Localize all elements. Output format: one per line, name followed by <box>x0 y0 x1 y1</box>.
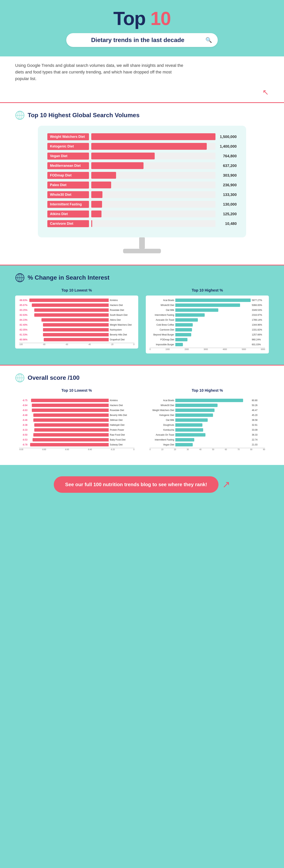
pos-bar-track <box>175 428 251 432</box>
search-icon: 🔍 <box>206 37 212 43</box>
pos-bar-fill <box>175 423 202 427</box>
pos-bar-fill <box>175 308 218 312</box>
bar-label: FODmap Diet <box>47 172 89 179</box>
neg-bar-track <box>29 333 109 336</box>
bar-track <box>91 191 216 198</box>
section3-block: Overall score /100 Top 10 Lowest % -8.75… <box>0 366 284 465</box>
bar-track <box>91 182 216 188</box>
pos-bar-track <box>175 308 251 312</box>
pos-bar-fill <box>175 443 193 446</box>
neg-pct: -98.83% <box>19 299 27 302</box>
neg-bar-fill <box>29 299 109 302</box>
pos-bar-track <box>175 343 251 346</box>
pos-bar-fill <box>175 404 218 407</box>
pos-pct: 1344.96% <box>252 323 265 326</box>
cursor-icon-bottom: ↗ <box>222 479 230 490</box>
pos-bar-fill <box>175 433 206 437</box>
lowest-chart-3: Top 10 Lowest % -8.75 Kimkins -8.64 Hack… <box>15 388 138 454</box>
pos-row: Oat Milk 38.58 <box>150 418 265 422</box>
neg-bar-fill <box>34 313 109 317</box>
pos-name: Beyond Meat Burger <box>150 333 174 336</box>
pos-name: Carnivore Diet <box>150 329 174 331</box>
neg-bar-track <box>29 428 109 432</box>
pos-bar-fill <box>175 408 215 412</box>
pos-name: Weight Watchers Diet <box>150 409 174 411</box>
neg-name: Protein Power <box>110 429 134 431</box>
pos-chart-3: Acai Bowls 80.80 Whole30 Diet 50.26 Weig… <box>146 396 269 454</box>
neg-pct: -93.25% <box>19 309 27 311</box>
neg-name: Beverly Hills Diet <box>110 333 134 336</box>
pos-row: Acai Bowls 80.80 <box>150 399 265 402</box>
pos-bar-track <box>175 318 251 322</box>
neg-bar-track <box>29 318 109 322</box>
pos-pct: 32.61 <box>252 424 265 426</box>
bar-track <box>91 172 216 179</box>
pos-row: Kombucha 33.09 <box>150 428 265 432</box>
neg-row: -95.67% Hackers Diet <box>19 304 134 307</box>
neg-bar-track <box>29 413 109 417</box>
neg-row: -8.50 Raw Food Diet <box>19 433 134 437</box>
section2-title: % Change in Search Interest <box>28 274 109 281</box>
neg-pct: -8.53 <box>19 438 27 441</box>
neg-bar-track <box>29 399 109 402</box>
neg-name: Rosedale Diet <box>110 409 134 411</box>
pos-pct: 33.09 <box>252 429 265 431</box>
bar-value: 130,000 <box>218 202 237 207</box>
neg-row: -8.33 Protein Power <box>19 428 134 432</box>
lowest-chart-2: Top 10 Lowest % -98.83% Kimkins -95.67% … <box>15 288 138 353</box>
pos-pct: 5066.00% <box>252 304 265 307</box>
neg-bar-fill <box>32 404 109 407</box>
neg-bar-track <box>29 304 109 307</box>
bar-value: 637,200 <box>218 163 237 168</box>
neg-pct: -92.63% <box>19 314 27 316</box>
neg-name: Rosedale Diet <box>110 309 134 311</box>
bar-track <box>91 143 216 150</box>
pos-bar-track <box>175 313 251 317</box>
neg-pct: -95.67% <box>19 304 27 307</box>
bar-fill <box>91 191 102 198</box>
pos-bar-track <box>175 408 251 412</box>
bar-label: Whole30 Diet <box>47 191 89 198</box>
pos-bar-track <box>175 413 251 417</box>
bar-fill <box>91 182 111 188</box>
pos-name: Whole30 Diet <box>150 404 174 407</box>
pos-bar-fill <box>175 304 240 307</box>
neg-row: -93.25% Rosedale Diet <box>19 308 134 312</box>
monitor-stand-neck <box>139 238 145 249</box>
highest-title-3: Top 10 Highest % <box>146 388 269 393</box>
neg-pct: -8.38 <box>19 424 27 426</box>
neg-bar-fill <box>44 338 109 341</box>
pos-row: Doughnuts 32.61 <box>150 423 265 427</box>
bar-value: 303,900 <box>218 173 237 178</box>
neg-pct: -8.50 <box>19 434 27 436</box>
neg-name: Beverly Hills Diet <box>110 414 134 416</box>
bar-track <box>91 162 216 169</box>
bar-fill <box>91 220 92 227</box>
neg-row: -80.96% Grapefruit Diet <box>19 338 134 341</box>
search-box: Dietary trends in the last decade 🔍 <box>66 33 218 47</box>
pos-bar-fill <box>175 438 194 441</box>
neg-bar-track <box>29 438 109 441</box>
pos-name: Acai Bowls <box>150 299 174 302</box>
section1-header: Top 10 Highest Global Search Volumes <box>15 111 269 120</box>
bar-row: Vegan Diet 764,800 <box>47 153 237 160</box>
pos-pct: 36.33 <box>252 434 265 436</box>
dual-charts-2: Top 10 Lowest % -98.83% Kimkins -95.67% … <box>15 288 269 353</box>
neg-bar-fill <box>33 438 109 441</box>
monitor-stand-base <box>123 249 161 253</box>
neg-bar-track <box>29 299 109 302</box>
pos-pct: 601.03% <box>252 343 265 346</box>
pos-chart-2: Acai Bowls 5877.27% Whole30 Diet 5066.00… <box>146 296 269 353</box>
pos-name: Avocado On Toast <box>150 319 174 321</box>
pos-row: Ketogenic Diet 45.20 <box>150 413 265 417</box>
pos-bar-fill <box>175 399 243 402</box>
neg-chart-3: -8.75 Kimkins -8.64 Hackers Diet -8.63 R… <box>15 396 138 454</box>
cta-button[interactable]: See our full 100 nutrition trends blog t… <box>54 476 219 493</box>
pos-row: Intermittent Fasting 2316.97% <box>150 313 265 317</box>
neg-bar-fill <box>33 418 109 422</box>
title-number: 10 <box>150 8 170 29</box>
neg-name: Baby Food Diet <box>110 438 134 441</box>
neg-row: -81.53% Beverly Hills Diet <box>19 333 134 336</box>
pos-pct: 3349.53% <box>252 309 265 311</box>
header: Top 10 Dietary trends in the last decade… <box>0 0 284 56</box>
